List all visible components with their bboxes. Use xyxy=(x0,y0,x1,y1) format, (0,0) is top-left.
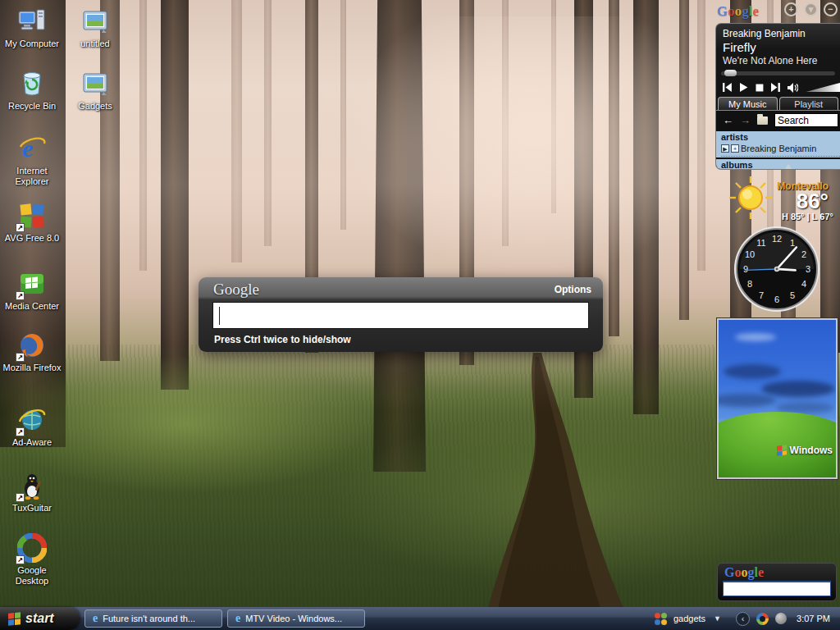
volume-tray-icon[interactable] xyxy=(775,613,787,624)
cloud xyxy=(735,333,776,341)
shortcut-arrow-icon: ↗ xyxy=(16,427,25,436)
svg-text:1: 1 xyxy=(790,238,795,248)
open-folder-icon[interactable] xyxy=(757,116,768,125)
google-search-gadget: Google xyxy=(717,563,837,601)
firefox-icon: ↗ xyxy=(17,331,47,360)
gadgets-label: gadgets xyxy=(673,614,705,623)
search-input[interactable] xyxy=(213,303,588,328)
desktop-icon-recycle-bin[interactable]: Recycle Bin xyxy=(0,69,64,112)
start-label: start xyxy=(25,611,54,626)
my-computer-icon xyxy=(17,7,47,36)
shortcut-arrow-icon: ↗ xyxy=(16,353,25,362)
tab-my-music[interactable]: My Music xyxy=(718,97,778,110)
volume-slider[interactable] xyxy=(806,83,840,92)
google-gadget-search-input[interactable] xyxy=(723,581,831,596)
desktop-icon-my-computer[interactable]: My Computer xyxy=(0,7,64,49)
icon-label: Internet Explorer xyxy=(0,166,64,187)
hide-tray-icons-button[interactable]: ‹ xyxy=(736,612,750,626)
google-sidebar-logo: Google xyxy=(717,3,759,20)
system-tray: gadgets ▼ ‹ 3:07 PM xyxy=(655,607,840,630)
weather-gadget[interactable]: Montevallo 86° H 85° | L 67° xyxy=(722,172,837,226)
svg-text:10: 10 xyxy=(745,249,755,259)
shortcut-arrow-icon: ↗ xyxy=(16,291,25,300)
task-label: MTV Video - Windows... xyxy=(245,614,342,623)
desktop-icon-google-desktop[interactable]: ↗ Google Desktop xyxy=(0,533,64,587)
volume-knob[interactable] xyxy=(785,164,792,169)
ad-aware-icon: ↗ xyxy=(17,405,47,435)
desktop-icon-internet-explorer[interactable]: e Internet Explorer xyxy=(0,134,64,187)
svg-text:4: 4 xyxy=(801,279,806,289)
svg-text:7: 7 xyxy=(759,290,764,300)
play-button[interactable] xyxy=(739,83,748,92)
next-button[interactable] xyxy=(771,83,780,92)
cloud xyxy=(724,364,781,379)
play-item-icon[interactable]: ▶ xyxy=(721,144,729,153)
logo-letter: G xyxy=(717,3,728,19)
svg-text:6: 6 xyxy=(774,294,779,304)
cloud xyxy=(761,381,835,397)
tuxguitar-icon: ↗ xyxy=(17,471,47,500)
analog-clock: 1212 345 678 91011 xyxy=(732,224,822,314)
search-input-wrap xyxy=(212,302,589,329)
weather-temp: 86° xyxy=(797,189,829,214)
options-button[interactable]: Options xyxy=(555,284,591,295)
gadgets-tray-icon[interactable] xyxy=(655,613,667,625)
google-desktop-tray-icon[interactable] xyxy=(756,613,769,625)
internet-explorer-icon: e xyxy=(93,613,98,624)
google-quick-search-box: Google Options Press Ctrl twice to hide/… xyxy=(199,277,603,352)
windows-watermark: Windows xyxy=(777,445,833,456)
svg-text:2: 2 xyxy=(801,249,806,259)
windows-flag-icon xyxy=(8,612,21,626)
forward-arrow-icon[interactable]: → xyxy=(740,115,751,126)
seek-knob[interactable] xyxy=(724,70,737,76)
track-title: Firefly xyxy=(716,39,840,54)
transport-controls xyxy=(716,75,840,94)
photo-gadget[interactable]: Windows xyxy=(717,318,838,479)
icon-label: Google Desktop xyxy=(0,565,64,587)
library-search-input[interactable] xyxy=(774,113,838,127)
icon-label: Recycle Bin xyxy=(0,101,64,112)
previous-button[interactable] xyxy=(723,83,732,92)
library-item[interactable]: ▶ + Breaking Benjamin xyxy=(721,142,840,157)
clock-gadget[interactable]: 1212 345 678 91011 xyxy=(732,224,822,317)
shortcut-arrow-icon: ↗ xyxy=(16,555,25,564)
taskbar-task-1[interactable]: e Future isn't around th... xyxy=(84,609,222,628)
expand-item-icon[interactable]: + xyxy=(731,144,739,153)
logo-letter: G xyxy=(724,565,734,579)
svg-text:11: 11 xyxy=(756,238,765,248)
desktop-icon-untitled[interactable]: untitled xyxy=(63,7,127,49)
desktop-icon-mozilla-firefox[interactable]: ↗ Mozilla Firefox xyxy=(0,331,64,373)
icon-label: AVG Free 8.0 xyxy=(0,233,64,244)
track-artist: Breaking Benjamin xyxy=(716,24,840,39)
desktop-icon-media-center[interactable]: ↗ Media Center xyxy=(0,269,64,312)
desktop-icon-avg-free[interactable]: ↗ AVG Free 8.0 xyxy=(0,201,64,244)
section-header: artists xyxy=(721,132,840,142)
taskbar: start e Future isn't around th... e MTV … xyxy=(0,607,840,630)
picture-frame-icon xyxy=(80,7,110,36)
desktop-icon-tuxguitar[interactable]: ↗ TuxGuitar xyxy=(0,471,64,514)
desktop-icon-ad-aware[interactable]: ↗ Ad-Aware xyxy=(0,405,64,448)
player-tabs: My Music Playlist xyxy=(716,94,840,110)
icon-label: TuxGuitar xyxy=(0,503,64,514)
seek-bar[interactable] xyxy=(721,71,835,75)
shortcut-arrow-icon: ↗ xyxy=(16,223,25,232)
stop-button[interactable] xyxy=(756,84,764,92)
shortcut-arrow-icon: ↗ xyxy=(16,493,25,502)
tab-playlist[interactable]: Playlist xyxy=(779,97,839,110)
back-arrow-icon[interactable]: ← xyxy=(723,115,733,126)
svg-text:5: 5 xyxy=(790,290,795,300)
icon-label: Gadgets xyxy=(63,101,127,112)
logo-letter: e xyxy=(752,3,759,19)
gadgets-dropdown-arrow[interactable]: ▼ xyxy=(714,614,721,623)
mute-button[interactable] xyxy=(788,83,799,93)
hide-show-hint: Press Ctrl twice to hide/show xyxy=(199,329,603,345)
windows-flag-icon xyxy=(777,445,787,455)
icon-label: Media Center xyxy=(0,301,64,312)
start-button[interactable]: start xyxy=(0,607,80,630)
taskbar-task-2[interactable]: e MTV Video - Windows... xyxy=(227,609,365,628)
desktop-icon-gadgets[interactable]: Gadgets xyxy=(63,69,127,112)
artists-section: artists ▶ + Breaking Benjamin xyxy=(716,131,840,158)
google-desktop-icon: ↗ xyxy=(17,533,47,563)
watermark-label: Windows xyxy=(789,445,833,456)
media-center-icon: ↗ xyxy=(17,269,47,299)
